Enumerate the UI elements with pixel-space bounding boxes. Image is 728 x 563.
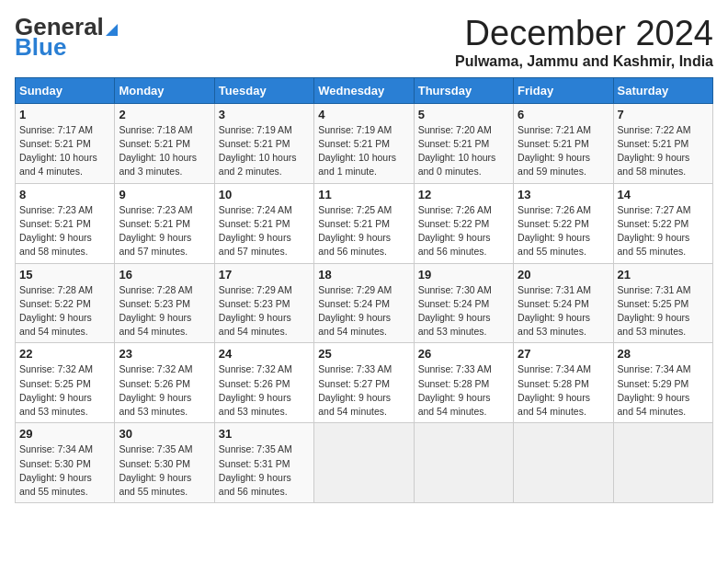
day-number: 4 xyxy=(318,108,409,121)
day-info: Sunrise: 7:27 AMSunset: 5:22 PMDaylight:… xyxy=(618,203,709,259)
day-info: Sunrise: 7:17 AMSunset: 5:21 PMDaylight:… xyxy=(19,123,110,179)
day-info: Sunrise: 7:32 AMSunset: 5:26 PMDaylight:… xyxy=(119,362,210,419)
day-info: Sunrise: 7:34 AMSunset: 5:30 PMDaylight:… xyxy=(19,442,110,499)
calendar-cell: 5Sunrise: 7:20 AMSunset: 5:21 PMDaylight… xyxy=(414,103,513,183)
weekday-header-sunday: Sunday xyxy=(16,77,115,103)
day-info: Sunrise: 7:32 AMSunset: 5:26 PMDaylight:… xyxy=(219,362,310,419)
header: General Blue December 2024 Pulwama, Jamm… xyxy=(15,15,713,70)
day-info: Sunrise: 7:33 AMSunset: 5:27 PMDaylight:… xyxy=(318,362,409,419)
calendar-cell: 8Sunrise: 7:23 AMSunset: 5:21 PMDaylight… xyxy=(16,183,115,263)
day-number: 23 xyxy=(119,347,210,361)
day-number: 10 xyxy=(219,188,310,201)
calendar-cell: 3Sunrise: 7:19 AMSunset: 5:21 PMDaylight… xyxy=(214,103,313,183)
day-info: Sunrise: 7:23 AMSunset: 5:21 PMDaylight:… xyxy=(119,203,210,259)
day-number: 25 xyxy=(318,347,409,361)
calendar-cell: 17Sunrise: 7:29 AMSunset: 5:23 PMDayligh… xyxy=(214,263,313,343)
day-info: Sunrise: 7:26 AMSunset: 5:22 PMDaylight:… xyxy=(518,203,609,259)
calendar-cell: 25Sunrise: 7:33 AMSunset: 5:27 PMDayligh… xyxy=(314,343,414,423)
calendar-cell: 10Sunrise: 7:24 AMSunset: 5:21 PMDayligh… xyxy=(214,183,313,263)
day-info: Sunrise: 7:24 AMSunset: 5:21 PMDaylight:… xyxy=(219,203,310,259)
month-title: December 2024 xyxy=(455,15,713,53)
calendar-cell: 21Sunrise: 7:31 AMSunset: 5:25 PMDayligh… xyxy=(613,263,712,343)
day-info: Sunrise: 7:19 AMSunset: 5:21 PMDaylight:… xyxy=(318,123,409,179)
day-number: 27 xyxy=(518,347,609,361)
calendar-cell: 4Sunrise: 7:19 AMSunset: 5:21 PMDaylight… xyxy=(314,103,414,183)
calendar-cell: 27Sunrise: 7:34 AMSunset: 5:28 PMDayligh… xyxy=(514,343,613,423)
calendar-cell: 22Sunrise: 7:32 AMSunset: 5:25 PMDayligh… xyxy=(16,343,115,423)
calendar-cell: 20Sunrise: 7:31 AMSunset: 5:24 PMDayligh… xyxy=(514,263,613,343)
day-number: 13 xyxy=(518,188,609,201)
day-number: 18 xyxy=(318,268,409,282)
calendar-cell: 19Sunrise: 7:30 AMSunset: 5:24 PMDayligh… xyxy=(414,263,513,343)
day-number: 12 xyxy=(418,188,509,201)
day-number: 21 xyxy=(618,268,709,282)
day-number: 20 xyxy=(518,268,609,282)
day-info: Sunrise: 7:34 AMSunset: 5:28 PMDaylight:… xyxy=(518,362,609,419)
calendar-cell: 1Sunrise: 7:17 AMSunset: 5:21 PMDaylight… xyxy=(16,103,115,183)
calendar-cell: 7Sunrise: 7:22 AMSunset: 5:21 PMDaylight… xyxy=(613,103,712,183)
day-number: 11 xyxy=(318,188,409,201)
day-info: Sunrise: 7:32 AMSunset: 5:25 PMDaylight:… xyxy=(19,362,110,419)
calendar-cell: 31Sunrise: 7:35 AMSunset: 5:31 PMDayligh… xyxy=(214,423,313,503)
day-number: 17 xyxy=(219,268,310,282)
calendar-cell: 13Sunrise: 7:26 AMSunset: 5:22 PMDayligh… xyxy=(514,183,613,263)
title-area: December 2024 Pulwama, Jammu and Kashmir… xyxy=(455,15,713,70)
day-info: Sunrise: 7:20 AMSunset: 5:21 PMDaylight:… xyxy=(418,123,509,179)
weekday-header-wednesday: Wednesday xyxy=(314,77,414,103)
day-number: 16 xyxy=(119,268,210,282)
day-number: 30 xyxy=(119,427,210,441)
calendar-cell: 23Sunrise: 7:32 AMSunset: 5:26 PMDayligh… xyxy=(115,343,214,423)
logo-triangle-icon xyxy=(106,24,118,36)
weekday-header-thursday: Thursday xyxy=(414,77,513,103)
day-info: Sunrise: 7:34 AMSunset: 5:29 PMDaylight:… xyxy=(618,362,709,419)
day-info: Sunrise: 7:28 AMSunset: 5:23 PMDaylight:… xyxy=(119,283,210,339)
calendar-cell: 6Sunrise: 7:21 AMSunset: 5:21 PMDaylight… xyxy=(514,103,613,183)
day-number: 8 xyxy=(19,188,110,201)
day-info: Sunrise: 7:22 AMSunset: 5:21 PMDaylight:… xyxy=(618,123,709,179)
day-info: Sunrise: 7:33 AMSunset: 5:28 PMDaylight:… xyxy=(418,362,509,419)
calendar-cell: 11Sunrise: 7:25 AMSunset: 5:21 PMDayligh… xyxy=(314,183,414,263)
logo: General Blue xyxy=(15,15,118,59)
day-info: Sunrise: 7:31 AMSunset: 5:24 PMDaylight:… xyxy=(518,283,609,339)
day-number: 6 xyxy=(518,108,609,121)
logo-blue: Blue xyxy=(15,35,66,59)
day-number: 14 xyxy=(618,188,709,201)
day-number: 29 xyxy=(19,427,110,441)
day-info: Sunrise: 7:35 AMSunset: 5:30 PMDaylight:… xyxy=(119,442,210,499)
calendar-cell: 30Sunrise: 7:35 AMSunset: 5:30 PMDayligh… xyxy=(115,423,214,503)
day-number: 22 xyxy=(19,347,110,361)
day-number: 19 xyxy=(418,268,509,282)
weekday-header-saturday: Saturday xyxy=(613,77,712,103)
day-number: 7 xyxy=(618,108,709,121)
calendar-cell: 12Sunrise: 7:26 AMSunset: 5:22 PMDayligh… xyxy=(414,183,513,263)
calendar-cell xyxy=(314,423,414,503)
weekday-header-monday: Monday xyxy=(115,77,214,103)
day-number: 31 xyxy=(219,427,310,441)
calendar-cell: 18Sunrise: 7:29 AMSunset: 5:24 PMDayligh… xyxy=(314,263,414,343)
calendar-cell xyxy=(514,423,613,503)
day-info: Sunrise: 7:35 AMSunset: 5:31 PMDaylight:… xyxy=(219,442,310,499)
calendar-cell: 2Sunrise: 7:18 AMSunset: 5:21 PMDaylight… xyxy=(115,103,214,183)
calendar-cell: 9Sunrise: 7:23 AMSunset: 5:21 PMDaylight… xyxy=(115,183,214,263)
weekday-header-tuesday: Tuesday xyxy=(214,77,313,103)
calendar-cell xyxy=(613,423,712,503)
day-info: Sunrise: 7:18 AMSunset: 5:21 PMDaylight:… xyxy=(119,123,210,179)
calendar-cell: 29Sunrise: 7:34 AMSunset: 5:30 PMDayligh… xyxy=(16,423,115,503)
day-number: 28 xyxy=(618,347,709,361)
day-number: 2 xyxy=(119,108,210,121)
day-number: 5 xyxy=(418,108,509,121)
day-number: 15 xyxy=(19,268,110,282)
calendar-cell xyxy=(414,423,513,503)
calendar-cell: 26Sunrise: 7:33 AMSunset: 5:28 PMDayligh… xyxy=(414,343,513,423)
day-info: Sunrise: 7:30 AMSunset: 5:24 PMDaylight:… xyxy=(418,283,509,339)
day-info: Sunrise: 7:19 AMSunset: 5:21 PMDaylight:… xyxy=(219,123,310,179)
day-number: 24 xyxy=(219,347,310,361)
weekday-header-friday: Friday xyxy=(514,77,613,103)
location-title: Pulwama, Jammu and Kashmir, India xyxy=(455,53,713,70)
calendar-cell: 14Sunrise: 7:27 AMSunset: 5:22 PMDayligh… xyxy=(613,183,712,263)
day-info: Sunrise: 7:28 AMSunset: 5:22 PMDaylight:… xyxy=(19,283,110,339)
day-info: Sunrise: 7:29 AMSunset: 5:23 PMDaylight:… xyxy=(219,283,310,339)
day-info: Sunrise: 7:23 AMSunset: 5:21 PMDaylight:… xyxy=(19,203,110,259)
day-info: Sunrise: 7:29 AMSunset: 5:24 PMDaylight:… xyxy=(318,283,409,339)
calendar-cell: 16Sunrise: 7:28 AMSunset: 5:23 PMDayligh… xyxy=(115,263,214,343)
